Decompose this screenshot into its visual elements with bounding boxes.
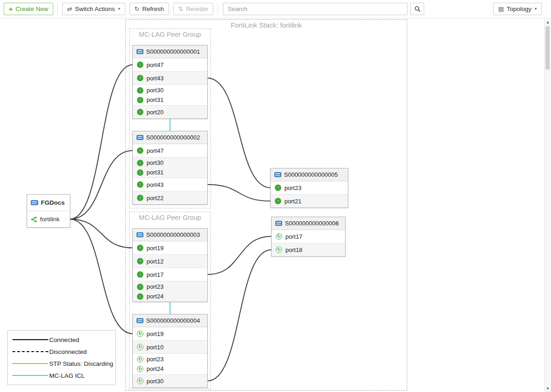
port-link-up-icon: ↑: [137, 147, 143, 154]
refresh-icon: ↻: [135, 6, 140, 12]
toolbar-divider: [217, 3, 218, 15]
port-label: port31: [147, 169, 164, 176]
port-lag-icon: ↻: [276, 233, 282, 240]
port[interactable]: ↻port24: [133, 364, 207, 374]
fortigate-node[interactable]: FGDocs fortilink: [27, 194, 70, 228]
port[interactable]: ↻port10: [133, 341, 207, 353]
port-row: ↑port23: [271, 181, 348, 194]
vertical-scrollbar[interactable]: ▲ ▼: [544, 19, 551, 392]
port[interactable]: ↑port43: [133, 178, 207, 191]
port-label: port24: [147, 365, 164, 372]
switch-header[interactable]: S000000000000001: [133, 45, 207, 58]
fortilink-stack-title: FortiLink Stack: fortilink: [126, 21, 407, 29]
switch-header[interactable]: S000000000000005: [271, 168, 348, 181]
port[interactable]: ↑port47: [133, 58, 207, 71]
port[interactable]: ↑port30: [133, 158, 207, 168]
port-label: port19: [147, 245, 164, 252]
port-link-up-icon: ↑: [137, 245, 143, 251]
switch-header[interactable]: S000000000000003: [133, 229, 207, 241]
port-lag-icon: ↻: [137, 330, 143, 337]
fortilink-interface-row[interactable]: fortilink: [27, 211, 70, 227]
legend: Connected Disconnected STP Status: Disca…: [7, 330, 116, 385]
switch-name: S000000000000003: [146, 231, 200, 238]
create-new-button[interactable]: + Create New: [4, 3, 53, 15]
legend-label: STP Status: Discarding: [49, 360, 113, 367]
port-label: port12: [147, 258, 164, 265]
port[interactable]: ↑port22: [133, 191, 207, 204]
mclag-group-title: MC-LAG Peer Group: [130, 31, 210, 38]
swap-arrows-icon: ⇄: [67, 6, 72, 12]
scroll-up-arrow-icon[interactable]: ▲: [545, 20, 551, 24]
fortilink-interface-label: fortilink: [40, 216, 60, 223]
port[interactable]: ↑port31: [133, 95, 207, 105]
port[interactable]: ↻port17: [272, 230, 345, 243]
mclag-icl-line-sample: [12, 375, 48, 376]
switch-header[interactable]: S000000000000002: [133, 131, 207, 144]
reorder-label: Reorder: [186, 6, 209, 12]
port[interactable]: ↑port47: [133, 144, 207, 157]
create-new-label: Create New: [16, 6, 48, 12]
topology-dropdown-button[interactable]: ▤ Topology ▾: [493, 3, 542, 15]
fortigate-name-row[interactable]: FGDocs: [27, 195, 70, 211]
port-link-up-icon: ↑: [137, 62, 143, 68]
port-label: port30: [147, 378, 164, 385]
port-label: port43: [147, 75, 164, 82]
port[interactable]: ↑port20: [133, 106, 207, 118]
legend-item: Connected: [12, 335, 111, 345]
port-row: ↑port19: [133, 241, 207, 254]
port[interactable]: ↑port23: [271, 181, 348, 194]
port-row: ↑port30↑port31: [133, 157, 207, 178]
port-row: ↑port21: [271, 194, 348, 207]
port[interactable]: ↑port31: [133, 168, 207, 177]
chevron-down-icon: ▾: [534, 7, 537, 11]
port[interactable]: ↻port18: [272, 243, 345, 256]
switch-node[interactable]: S000000000000005 ↑port23↑port21: [270, 168, 348, 208]
search-button[interactable]: [410, 3, 424, 15]
port[interactable]: ↻port30: [133, 375, 207, 387]
port-label: port23: [147, 283, 164, 290]
port-row: ↑port17: [133, 268, 207, 281]
switch-icon: [136, 135, 143, 140]
scroll-down-arrow-icon[interactable]: ▼: [545, 386, 551, 391]
port-label: port17: [147, 271, 164, 278]
port-label: port22: [147, 195, 164, 202]
port-label: port47: [147, 147, 164, 154]
port[interactable]: ↑port17: [133, 268, 207, 281]
toolbar: + Create New ⇄ Switch Actions ▾ ↻ Refres…: [0, 0, 551, 18]
port[interactable]: ↑port21: [271, 195, 348, 207]
reorder-button[interactable]: ⇅ Reorder: [173, 3, 214, 15]
switch-node[interactable]: S000000000000004 ↻port19↻port10↻port23↻p…: [132, 314, 208, 388]
switch-name: S000000000000002: [146, 134, 200, 141]
port[interactable]: ↻port23: [133, 354, 207, 364]
switch-header[interactable]: S000000000000004: [133, 314, 207, 327]
port[interactable]: ↑port24: [133, 291, 207, 301]
port[interactable]: ↑port23: [133, 282, 207, 291]
switch-port-list: ↻port19↻port10↻port23↻port24↻port30: [133, 327, 207, 387]
port[interactable]: ↑port43: [133, 72, 207, 84]
switch-node[interactable]: S000000000000002 ↑port47↑port30↑port31↑p…: [132, 131, 208, 205]
switch-node[interactable]: S000000000000003 ↑port19↑port12↑port17↑p…: [132, 228, 208, 302]
switch-node[interactable]: S000000000000001 ↑port47↑port43↑port30↑p…: [132, 45, 208, 119]
plus-icon: +: [9, 6, 13, 12]
disconnected-line-sample: [12, 351, 48, 352]
port[interactable]: ↑port19: [133, 241, 207, 254]
scrollbar-thumb[interactable]: [545, 26, 550, 70]
fortigate-icon: [31, 200, 38, 205]
switch-node[interactable]: S000000000000006 ↻port17↻port18: [271, 217, 346, 257]
port-link-up-icon: ↑: [137, 181, 143, 188]
up-down-arrows-icon: ⇅: [178, 6, 183, 12]
port-row: ↑port47: [133, 144, 207, 157]
port-label: port20: [147, 109, 164, 116]
port-row: ↑port20: [133, 105, 207, 118]
port-label: port43: [147, 181, 164, 188]
refresh-button[interactable]: ↻ Refresh: [130, 3, 169, 15]
switch-actions-button[interactable]: ⇄ Switch Actions ▾: [62, 3, 125, 15]
port-link-up-icon: ↑: [137, 169, 143, 176]
port[interactable]: ↻port19: [133, 327, 207, 340]
search-input[interactable]: [223, 3, 408, 15]
switch-header[interactable]: S000000000000006: [272, 217, 345, 230]
port[interactable]: ↑port12: [133, 255, 207, 268]
port[interactable]: ↑port30: [133, 85, 207, 95]
port-row: ↻port17: [272, 230, 345, 243]
port-label: port30: [147, 159, 164, 166]
